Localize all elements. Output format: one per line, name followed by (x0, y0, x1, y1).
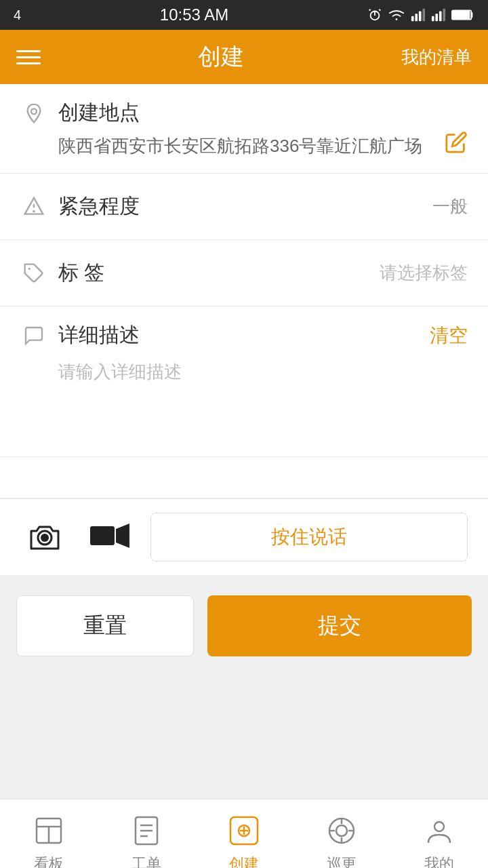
status-icons (367, 7, 474, 22)
nav-kanban[interactable]: 看板 (0, 813, 98, 868)
urgency-icon (20, 193, 47, 220)
tags-row[interactable]: 标 签 请选择标签 (0, 240, 488, 307)
svg-rect-3 (415, 14, 418, 21)
patrol-icon (324, 813, 359, 848)
urgency-value: 一般 (432, 195, 468, 218)
description-label: 详细描述 (58, 321, 140, 349)
description-icon (20, 322, 47, 349)
workorder-icon (129, 813, 164, 848)
location-section: 创建地点 陕西省西安市长安区航拓路336号靠近汇航广场 (0, 84, 488, 174)
tags-placeholder: 请选择标签 (380, 261, 468, 285)
svg-point-15 (33, 211, 34, 212)
urgency-row[interactable]: 紧急程度 一般 (0, 174, 488, 240)
svg-rect-5 (422, 9, 425, 21)
mine-icon (422, 813, 457, 848)
svg-point-33 (336, 825, 347, 836)
location-icon (20, 100, 47, 127)
spacer (0, 677, 488, 799)
svg-rect-8 (439, 12, 442, 22)
urgency-label: 紧急程度 (58, 193, 140, 220)
nav-mine[interactable]: 我的 (390, 813, 488, 868)
camera-button[interactable] (20, 513, 69, 561)
nav-kanban-label: 看板 (34, 854, 64, 868)
nav-create[interactable]: 创建 (195, 813, 293, 868)
bottom-nav: 看板 工单 创建 (0, 799, 488, 868)
description-input-area[interactable]: 请输入详细描述 (20, 360, 468, 441)
action-section: 重置 提交 (0, 575, 488, 677)
svg-marker-20 (116, 524, 129, 548)
media-section: 按住说话 (0, 498, 488, 575)
svg-rect-19 (90, 526, 115, 545)
tags-icon (20, 260, 47, 287)
location-value: 陕西省西安市长安区航拓路336号靠近汇航广场 (58, 134, 431, 158)
nav-patrol-label: 巡更 (327, 854, 357, 868)
svg-rect-4 (419, 12, 422, 22)
svg-rect-2 (411, 16, 414, 21)
my-list-button[interactable]: 我的清单 (401, 45, 472, 69)
description-placeholder: 请输入详细描述 (58, 361, 182, 382)
submit-button[interactable]: 提交 (207, 595, 472, 656)
svg-point-18 (41, 534, 49, 542)
create-icon (226, 813, 262, 848)
location-edit-button[interactable] (445, 131, 468, 154)
nav-workorder[interactable]: 工单 (98, 813, 195, 868)
menu-button[interactable] (16, 50, 41, 64)
nav-mine-label: 我的 (424, 854, 454, 868)
nav-workorder-label: 工单 (131, 854, 161, 868)
clear-button[interactable]: 清空 (430, 323, 468, 349)
svg-rect-7 (435, 14, 438, 21)
kanban-icon (31, 813, 66, 848)
svg-rect-6 (432, 16, 434, 21)
header-title: 创建 (198, 41, 244, 73)
form-content: 创建地点 陕西省西安市长安区航拓路336号靠近汇航广场 紧急程度 (0, 84, 488, 575)
location-label: 创建地点 (58, 99, 140, 127)
status-num: 4 (14, 7, 21, 23)
nav-create-label: 创建 (229, 854, 259, 868)
status-bar: 4 10:53 AM (0, 0, 488, 30)
svg-rect-11 (453, 11, 470, 18)
svg-point-38 (434, 822, 444, 831)
description-section: 详细描述 清空 请输入详细描述 (0, 307, 488, 457)
header: 创建 我的清单 (0, 30, 488, 84)
nav-patrol[interactable]: 巡更 (293, 813, 390, 868)
svg-point-12 (31, 108, 37, 114)
voice-button[interactable]: 按住说话 (150, 513, 468, 561)
svg-rect-9 (443, 9, 445, 21)
status-time: 10:53 AM (160, 5, 228, 24)
video-button[interactable] (85, 513, 134, 561)
reset-button[interactable]: 重置 (16, 595, 194, 656)
tags-label: 标 签 (58, 259, 104, 287)
